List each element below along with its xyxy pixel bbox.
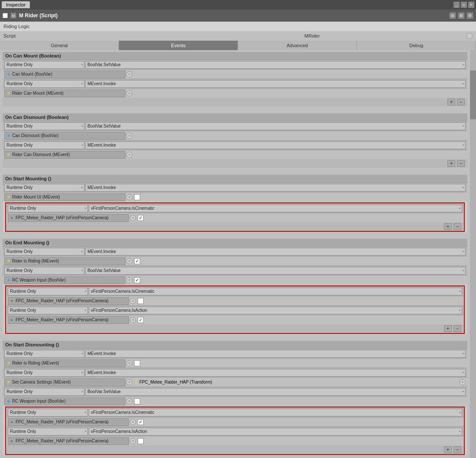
circle-btn-4[interactable]: ○ [126,152,132,158]
remove-red-3[interactable]: − [453,446,461,453]
inspector-header: M M Rider (Script) ⊟ ⊞ ⚙ [0,10,476,22]
dropdown-val-4[interactable]: MEvent.Invoke [85,141,466,149]
close-button[interactable]: × [468,2,474,8]
circle-btn-red-2[interactable]: ○ [130,298,136,304]
dropdown-7[interactable]: Runtime Only [4,267,84,275]
gear-icon[interactable]: ⚙ [466,12,473,19]
dropdown-red-5[interactable]: Runtime Only [8,428,88,436]
remove-event-btn[interactable]: − [457,99,465,106]
runtime-only-dropdown[interactable]: Runtime Only [4,61,84,69]
tab-debug[interactable]: Debug [357,41,476,50]
dropdown-val-8[interactable]: MEvent.Invoke [85,350,466,358]
dropdown-4[interactable]: Runtime Only [4,141,84,149]
remove-red-2[interactable]: − [453,325,461,332]
checkbox-5[interactable] [134,194,140,200]
dropdown-val-7[interactable]: BoolVar.SetValue [85,267,466,275]
circle-btn-10[interactable]: ○ [126,398,132,404]
boolvar-setvalue-dropdown[interactable]: BoolVar.SetValue [85,61,466,69]
checkbox-10[interactable] [134,398,140,404]
scrollbar-track [470,50,476,458]
circle-btn-red-1[interactable]: ○ [130,215,136,221]
checkbox-red-5[interactable] [138,438,144,444]
mevent-invoke-dropdown[interactable]: MEvent.Invoke [85,80,466,88]
add-btn-2[interactable]: + [447,160,455,167]
dropdown-8[interactable]: Runtime Only [4,350,84,358]
checkbox-6[interactable]: ✓ [134,258,140,264]
dropdown-val-3[interactable]: BoolVar.SetValue [85,122,466,130]
circle-btn-red-5[interactable]: ○ [130,438,136,444]
dropdown-val-red-2[interactable]: vFirstPersonCamera.IsCinematic [89,288,462,295]
dropdown-val-10[interactable]: BoolVar.SetValue [85,388,466,396]
event-row-red-1: Runtime Only vFirstPersonCamera.IsCinema… [6,203,464,213]
runtime-only-dropdown-2[interactable]: Runtime Only [4,80,84,88]
target-circle-btn-2[interactable]: ○ [126,90,132,96]
dropdown-9[interactable]: Runtime Only [4,369,84,377]
object-field-red-3: ▶ FPC_Melee_Raider_HAP (vFirstPersonCame… [8,316,129,324]
inspector-window: Inspector _ = × M M Rider (Script) ⊟ ⊞ ⚙… [0,0,476,458]
lightning-icon-5: ⚡ [6,361,11,365]
object-field-9: ⚡ Set Camera Settings (MEvent) [4,378,125,386]
dropdown-val-6[interactable]: MEvent.Invoke [85,248,466,256]
object-field-10: ◆ RC Weapon Input (BoolVar) [4,397,125,405]
dropdown-red-4[interactable]: Runtime Only [8,409,88,416]
object-row-7: ◆ RC Weapon Input (BoolVar) ○ ✓ [3,275,467,285]
divider-3 [0,234,470,237]
remove-btn-2[interactable]: − [457,160,465,167]
checkbox-red-1[interactable]: ✓ [138,215,144,221]
circle-btn-7[interactable]: ○ [126,277,132,283]
tab-advanced[interactable]: Advanced [238,41,357,50]
divider-1 [0,108,470,112]
dropdown-val-red-4[interactable]: vFirstPersonCamera.IsCinematic [89,409,462,416]
circle-btn-9[interactable]: ○ [126,379,132,385]
checkbox-red-2[interactable] [138,298,144,304]
dropdown-10[interactable]: Runtime Only [4,388,84,396]
circle-btn-3[interactable]: ○ [126,133,132,139]
dropdown-red-3[interactable]: Runtime Only [8,307,88,314]
dropdown-val-5[interactable]: MEvent.Invoke [85,184,466,192]
minimize-button[interactable]: _ [453,2,460,8]
riding-logic-label: Riding Logic [3,24,30,29]
circle-btn-8[interactable]: ○ [126,360,132,366]
dropdown-val-red-5[interactable]: vFirstPersonCamera.IsAction [89,428,462,436]
circle-btn-red-3[interactable]: ○ [130,317,136,323]
plus-minus-row: + − [3,98,467,106]
remove-red-1[interactable]: − [453,223,461,230]
checkbox-red-4[interactable]: ✓ [138,419,144,425]
scrollbar-thumb[interactable] [470,70,476,119]
restore-button[interactable]: = [461,2,467,8]
arrow-icon-3: ▶ [10,318,14,322]
event-row-7: Runtime Only BoolVar.SetValue [3,266,467,275]
bookmark-icon[interactable]: ⊟ [449,12,456,19]
component-enabled-checkbox[interactable] [3,13,8,18]
add-red-1[interactable]: + [444,223,452,230]
diamond-icon-2: ◆ [6,134,11,138]
circle-btn-red-4[interactable]: ○ [130,419,136,425]
dropdown-val-red-3[interactable]: vFirstPersonCamera.IsAction [89,307,462,314]
dropdown-val-9[interactable]: MEvent.Invoke [85,369,466,377]
add-event-btn[interactable]: + [447,99,455,106]
target-circle-btn[interactable]: ○ [126,71,132,77]
add-red-3[interactable]: + [444,446,452,453]
object-field-red-4: ▶ FPC_Melee_Raider_HAP (vFirstPersonCame… [8,418,129,426]
circle-btn-ref[interactable]: ○ [460,379,466,385]
inspector-tab[interactable]: Inspector [2,1,30,8]
object-row-8: ⚡ Rider is Riding (MEvent) ○ [3,358,467,368]
dropdown-5[interactable]: Runtime Only [4,184,84,192]
section-header-on-can-mount: On Can Mount (Boolean) [3,52,467,60]
dropdown-red-2[interactable]: Runtime Only [8,288,88,295]
circle-btn-5[interactable]: ○ [126,194,132,200]
dropdown-3[interactable]: Runtime Only [4,122,84,130]
tab-general[interactable]: General [0,41,119,50]
dropdown-red-1[interactable]: Runtime Only [8,205,88,212]
dropdown-6[interactable]: Runtime Only [4,248,84,256]
checkbox-red-3[interactable]: ✓ [138,317,144,323]
script-target-circle[interactable] [466,33,473,39]
layout-icon[interactable]: ⊞ [458,12,465,19]
dropdown-val-red-1[interactable]: vFirstPersonCamera.IsCinematic [89,205,462,212]
add-red-2[interactable]: + [444,325,452,332]
checkbox-7[interactable]: ✓ [134,277,140,283]
tab-events[interactable]: Events [119,41,238,50]
circle-btn-6[interactable]: ○ [126,258,132,264]
checkbox-8[interactable] [134,360,140,366]
section-header-on-start-dismounting: On Start Dismounting () [3,341,467,349]
